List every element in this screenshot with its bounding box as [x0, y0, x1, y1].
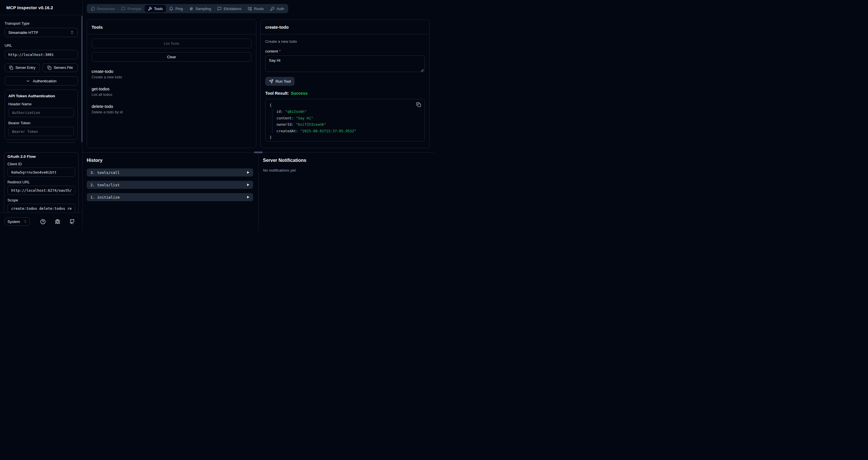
- tool-result-line: Tool Result:Success: [265, 91, 425, 96]
- clipped-section: [5, 142, 78, 143]
- required-mark: *: [279, 49, 280, 54]
- history-item[interactable]: 3. tools/call: [87, 168, 253, 176]
- tool-description: List all todos: [92, 92, 251, 97]
- tab-ping[interactable]: Ping: [166, 5, 186, 12]
- tool-result-label: Tool Result:: [265, 91, 289, 96]
- content-label-text: content: [265, 49, 278, 54]
- hammer-icon: [148, 7, 152, 11]
- bell-icon: [169, 7, 174, 11]
- authentication-toggle-label: Authentication: [33, 79, 56, 83]
- json-entries: id: "q6z2sodn" content: "Say Hi" ownerId…: [270, 108, 421, 134]
- tools-panel: Tools List Tools Clear create-todo Creat…: [87, 20, 256, 148]
- client-id-label: Client ID: [7, 162, 75, 166]
- transport-type-select[interactable]: Streamable HTTP: [5, 28, 78, 37]
- client-id-input[interactable]: [7, 168, 75, 177]
- tool-list-item[interactable]: create-todo Create a new todo: [92, 69, 251, 79]
- history-item-label: 1. initialize: [90, 195, 120, 199]
- chevrons-up-down-icon: [24, 220, 27, 223]
- content-field-label: content*: [265, 49, 425, 54]
- run-tool-button[interactable]: Run Tool: [265, 77, 294, 86]
- tab-label: Ping: [175, 7, 183, 11]
- tool-list-item[interactable]: delete-todo Delete a todo by id: [92, 104, 251, 114]
- content-textarea[interactable]: Say Hi: [265, 55, 425, 72]
- github-icon[interactable]: [69, 219, 75, 224]
- header-name-label: Header Name: [8, 102, 74, 106]
- tool-detail-title: create-todo: [260, 20, 429, 34]
- json-open-brace: {: [270, 102, 421, 108]
- vertical-divider: [258, 153, 259, 230]
- scope-input[interactable]: [7, 204, 75, 212]
- copy-icon[interactable]: [416, 102, 421, 107]
- bug-icon[interactable]: [55, 219, 60, 224]
- expand-arrow-icon: [247, 184, 249, 186]
- redirect-url-label: Redirect URL: [7, 180, 75, 184]
- clear-button[interactable]: Clear: [92, 52, 251, 62]
- server-entry-label: Server Entry: [16, 66, 35, 70]
- scope-label: Scope: [7, 198, 75, 202]
- message-square-icon: [121, 7, 125, 11]
- copy-icon: [9, 66, 13, 70]
- tab-label: Resources: [97, 7, 115, 11]
- tab-elicitations[interactable]: Elicitations: [214, 5, 245, 12]
- json-line: id: "q6z2sodn": [276, 108, 421, 115]
- server-notifications-title: Server Notifications: [263, 158, 306, 163]
- tool-description: Delete a todo by id: [92, 110, 251, 114]
- notifications-empty-message: No notifications yet: [263, 168, 296, 172]
- tools-panel-title: Tools: [87, 20, 256, 34]
- key-icon: [270, 7, 274, 11]
- sidebar-footer: System: [0, 212, 82, 230]
- history-item[interactable]: 1. initialize: [87, 193, 253, 201]
- tab-roots[interactable]: Roots: [245, 5, 267, 12]
- folder-tree-icon: [248, 7, 252, 11]
- tab-tools[interactable]: Tools: [145, 5, 166, 12]
- files-icon: [91, 7, 95, 11]
- authentication-toggle[interactable]: Authentication: [5, 76, 78, 86]
- chevrons-up-down-icon: [70, 30, 74, 34]
- sidebar: MCP Inspector v0.16.2 Transport Type Str…: [0, 0, 83, 230]
- tab-label: Sampling: [195, 7, 211, 11]
- tab-label: Tools: [154, 7, 163, 11]
- copy-icon: [48, 66, 51, 70]
- expand-arrow-icon: [247, 196, 249, 199]
- tool-list-item[interactable]: get-todos List all todos: [92, 87, 251, 97]
- redirect-url-input[interactable]: [7, 186, 75, 195]
- json-line: createdAt: "2025-08-01T15:37:05.955Z": [276, 128, 421, 134]
- main-area: Resources Prompts Tools Ping Sampling: [83, 0, 434, 230]
- tool-description: Create a new todo: [92, 75, 251, 79]
- hash-icon: [189, 7, 193, 11]
- server-entry-button[interactable]: Server Entry: [5, 63, 40, 72]
- url-input[interactable]: [5, 50, 78, 59]
- tool-name: get-todos: [92, 87, 251, 91]
- run-tool-label: Run Tool: [276, 79, 291, 84]
- tab-prompts[interactable]: Prompts: [118, 5, 144, 12]
- tab-resources[interactable]: Resources: [88, 5, 118, 12]
- json-line: content: "Say Hi": [276, 115, 421, 121]
- expand-arrow-icon: [247, 171, 249, 174]
- sidebar-scroll-area: Transport Type Streamable HTTP URL Serve…: [0, 15, 82, 143]
- chevron-down-icon: [26, 79, 30, 83]
- servers-file-button[interactable]: Servers File: [42, 63, 78, 72]
- help-circle-icon[interactable]: [40, 219, 45, 224]
- theme-select[interactable]: System: [5, 217, 30, 226]
- history-item[interactable]: 2. tools/list: [87, 181, 253, 189]
- tab-label: Prompts: [127, 7, 141, 11]
- tab-label: Auth: [276, 7, 284, 11]
- json-close-brace: }: [270, 134, 421, 141]
- list-tools-button[interactable]: List Tools: [92, 39, 251, 48]
- send-icon: [269, 79, 273, 84]
- tab-auth[interactable]: Auth: [267, 5, 287, 12]
- tab-bar: Resources Prompts Tools Ping Sampling: [87, 4, 288, 13]
- oauth-title: OAuth 2.0 Flow: [7, 154, 75, 159]
- header-name-input[interactable]: [8, 108, 74, 117]
- tool-detail-panel: create-todo Create a new todo content* S…: [260, 20, 430, 148]
- history-title: History: [87, 158, 102, 163]
- transport-type-value: Streamable HTTP: [8, 30, 38, 35]
- app-title: MCP Inspector v0.16.2: [0, 0, 82, 15]
- tab-label: Elicitations: [224, 7, 241, 11]
- bearer-token-input[interactable]: [8, 127, 74, 136]
- tool-name: create-todo: [92, 69, 251, 73]
- transport-type-label: Transport Type: [5, 21, 78, 26]
- resize-grip-icon[interactable]: [421, 69, 424, 72]
- url-label: URL: [5, 43, 78, 47]
- tab-sampling[interactable]: Sampling: [186, 5, 214, 12]
